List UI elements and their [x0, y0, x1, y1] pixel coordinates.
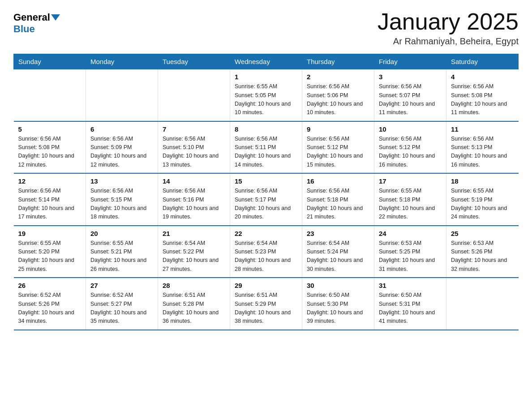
calendar-cell	[446, 278, 519, 330]
calendar-cell: 20Sunrise: 6:55 AM Sunset: 5:21 PM Dayli…	[86, 226, 158, 278]
weekday-header-sunday: Sunday	[14, 54, 86, 69]
calendar-cell: 24Sunrise: 6:53 AM Sunset: 5:25 PM Dayli…	[374, 226, 446, 278]
calendar-subtitle: Ar Rahmaniyah, Beheira, Egypt	[378, 36, 519, 47]
logo-triangle-icon	[51, 14, 60, 21]
day-number: 8	[235, 125, 297, 133]
day-info: Sunrise: 6:56 AM Sunset: 5:15 PM Dayligh…	[90, 187, 153, 222]
day-info: Sunrise: 6:53 AM Sunset: 5:25 PM Dayligh…	[379, 239, 442, 274]
day-number: 28	[163, 282, 225, 289]
calendar-week-row: 26Sunrise: 6:52 AM Sunset: 5:26 PM Dayli…	[14, 278, 519, 330]
day-number: 2	[307, 73, 369, 81]
day-info: Sunrise: 6:55 AM Sunset: 5:18 PM Dayligh…	[379, 187, 442, 222]
calendar-week-row: 19Sunrise: 6:55 AM Sunset: 5:20 PM Dayli…	[14, 226, 519, 278]
logo: General Blue	[13, 9, 60, 35]
day-info: Sunrise: 6:52 AM Sunset: 5:27 PM Dayligh…	[90, 291, 153, 326]
day-number: 14	[163, 177, 225, 185]
day-number: 6	[90, 125, 153, 133]
day-info: Sunrise: 6:55 AM Sunset: 5:21 PM Dayligh…	[90, 239, 153, 274]
calendar-cell	[14, 69, 86, 121]
calendar-cell: 25Sunrise: 6:53 AM Sunset: 5:26 PM Dayli…	[446, 226, 519, 278]
day-info: Sunrise: 6:56 AM Sunset: 5:11 PM Dayligh…	[235, 135, 297, 170]
day-info: Sunrise: 6:50 AM Sunset: 5:30 PM Dayligh…	[307, 291, 369, 326]
logo-blue-text: Blue	[13, 23, 35, 34]
calendar-cell: 14Sunrise: 6:56 AM Sunset: 5:16 PM Dayli…	[158, 173, 230, 226]
calendar-cell: 27Sunrise: 6:52 AM Sunset: 5:27 PM Dayli…	[86, 278, 158, 330]
day-info: Sunrise: 6:54 AM Sunset: 5:22 PM Dayligh…	[163, 239, 225, 274]
day-number: 4	[451, 73, 514, 81]
calendar-week-row: 12Sunrise: 6:56 AM Sunset: 5:14 PM Dayli…	[14, 173, 519, 226]
day-info: Sunrise: 6:56 AM Sunset: 5:07 PM Dayligh…	[379, 82, 442, 117]
day-number: 3	[379, 73, 442, 81]
day-info: Sunrise: 6:55 AM Sunset: 5:05 PM Dayligh…	[235, 82, 297, 117]
weekday-header-wednesday: Wednesday	[230, 54, 302, 69]
calendar-cell: 26Sunrise: 6:52 AM Sunset: 5:26 PM Dayli…	[14, 278, 86, 330]
calendar-cell: 4Sunrise: 6:56 AM Sunset: 5:08 PM Daylig…	[446, 69, 519, 121]
calendar-cell: 30Sunrise: 6:50 AM Sunset: 5:30 PM Dayli…	[302, 278, 374, 330]
calendar-cell: 29Sunrise: 6:51 AM Sunset: 5:29 PM Dayli…	[230, 278, 302, 330]
weekday-header-row: SundayMondayTuesdayWednesdayThursdayFrid…	[14, 54, 519, 69]
weekday-header-saturday: Saturday	[446, 54, 519, 69]
page-header: General Blue January 2025 Ar Rahmaniyah,…	[13, 9, 519, 47]
day-number: 1	[235, 73, 297, 81]
calendar-cell: 7Sunrise: 6:56 AM Sunset: 5:10 PM Daylig…	[158, 121, 230, 174]
calendar-table: SundayMondayTuesdayWednesdayThursdayFrid…	[13, 54, 519, 330]
calendar-cell: 8Sunrise: 6:56 AM Sunset: 5:11 PM Daylig…	[230, 121, 302, 174]
calendar-cell: 18Sunrise: 6:55 AM Sunset: 5:19 PM Dayli…	[446, 173, 519, 226]
day-number: 20	[90, 230, 153, 237]
day-number: 5	[18, 125, 82, 133]
calendar-cell: 22Sunrise: 6:54 AM Sunset: 5:23 PM Dayli…	[230, 226, 302, 278]
day-number: 12	[18, 177, 82, 185]
day-number: 23	[307, 230, 369, 237]
calendar-title: January 2025	[378, 9, 519, 34]
day-number: 18	[451, 177, 514, 185]
day-number: 7	[163, 125, 225, 133]
calendar-cell: 12Sunrise: 6:56 AM Sunset: 5:14 PM Dayli…	[14, 173, 86, 226]
calendar-cell: 1Sunrise: 6:55 AM Sunset: 5:05 PM Daylig…	[230, 69, 302, 121]
calendar-cell: 6Sunrise: 6:56 AM Sunset: 5:09 PM Daylig…	[86, 121, 158, 174]
day-info: Sunrise: 6:56 AM Sunset: 5:17 PM Dayligh…	[235, 187, 297, 222]
day-number: 10	[379, 125, 442, 133]
day-info: Sunrise: 6:56 AM Sunset: 5:18 PM Dayligh…	[307, 187, 369, 222]
calendar-cell: 5Sunrise: 6:56 AM Sunset: 5:08 PM Daylig…	[14, 121, 86, 174]
calendar-cell: 13Sunrise: 6:56 AM Sunset: 5:15 PM Dayli…	[86, 173, 158, 226]
calendar-cell	[158, 69, 230, 121]
day-info: Sunrise: 6:56 AM Sunset: 5:14 PM Dayligh…	[18, 187, 82, 222]
day-number: 22	[235, 230, 297, 237]
weekday-header-friday: Friday	[374, 54, 446, 69]
calendar-week-row: 5Sunrise: 6:56 AM Sunset: 5:08 PM Daylig…	[14, 121, 519, 174]
day-info: Sunrise: 6:56 AM Sunset: 5:09 PM Dayligh…	[90, 135, 153, 170]
calendar-cell	[86, 69, 158, 121]
day-info: Sunrise: 6:51 AM Sunset: 5:29 PM Dayligh…	[235, 291, 297, 326]
calendar-week-row: 1Sunrise: 6:55 AM Sunset: 5:05 PM Daylig…	[14, 69, 519, 121]
day-info: Sunrise: 6:56 AM Sunset: 5:13 PM Dayligh…	[451, 135, 514, 170]
day-number: 29	[235, 282, 297, 289]
day-info: Sunrise: 6:56 AM Sunset: 5:12 PM Dayligh…	[379, 135, 442, 170]
title-block: January 2025 Ar Rahmaniyah, Beheira, Egy…	[378, 9, 519, 47]
calendar-cell: 15Sunrise: 6:56 AM Sunset: 5:17 PM Dayli…	[230, 173, 302, 226]
day-number: 19	[18, 230, 82, 237]
day-number: 17	[379, 177, 442, 185]
day-number: 13	[90, 177, 153, 185]
day-info: Sunrise: 6:56 AM Sunset: 5:06 PM Dayligh…	[307, 82, 369, 117]
calendar-cell: 31Sunrise: 6:50 AM Sunset: 5:31 PM Dayli…	[374, 278, 446, 330]
day-number: 26	[18, 282, 82, 289]
weekday-header-monday: Monday	[86, 54, 158, 69]
day-info: Sunrise: 6:55 AM Sunset: 5:19 PM Dayligh…	[451, 187, 514, 222]
day-number: 31	[379, 282, 442, 289]
day-info: Sunrise: 6:56 AM Sunset: 5:08 PM Dayligh…	[451, 82, 514, 117]
day-number: 11	[451, 125, 514, 133]
day-info: Sunrise: 6:54 AM Sunset: 5:23 PM Dayligh…	[235, 239, 297, 274]
calendar-cell: 23Sunrise: 6:54 AM Sunset: 5:24 PM Dayli…	[302, 226, 374, 278]
day-info: Sunrise: 6:54 AM Sunset: 5:24 PM Dayligh…	[307, 239, 369, 274]
day-info: Sunrise: 6:53 AM Sunset: 5:26 PM Dayligh…	[451, 239, 514, 274]
calendar-cell: 11Sunrise: 6:56 AM Sunset: 5:13 PM Dayli…	[446, 121, 519, 174]
day-number: 25	[451, 230, 514, 237]
calendar-cell: 3Sunrise: 6:56 AM Sunset: 5:07 PM Daylig…	[374, 69, 446, 121]
calendar-cell: 17Sunrise: 6:55 AM Sunset: 5:18 PM Dayli…	[374, 173, 446, 226]
day-number: 16	[307, 177, 369, 185]
day-number: 24	[379, 230, 442, 237]
calendar-cell: 19Sunrise: 6:55 AM Sunset: 5:20 PM Dayli…	[14, 226, 86, 278]
day-number: 21	[163, 230, 225, 237]
calendar-cell: 21Sunrise: 6:54 AM Sunset: 5:22 PM Dayli…	[158, 226, 230, 278]
calendar-cell: 28Sunrise: 6:51 AM Sunset: 5:28 PM Dayli…	[158, 278, 230, 330]
